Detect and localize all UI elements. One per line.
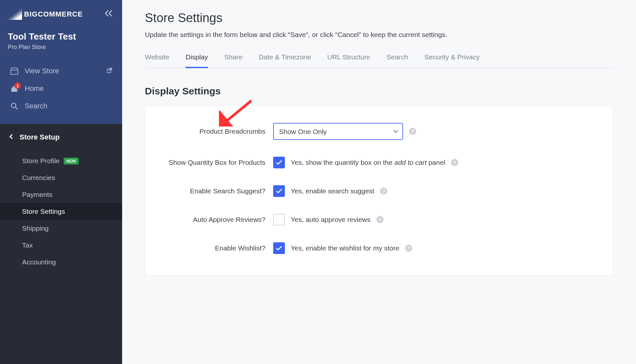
sidebar-section: Store Setup Store Profile NEW Currencies… <box>0 124 122 364</box>
sub-item-label: Accounting <box>22 258 56 266</box>
tab-date-timezone[interactable]: Date & Timezone <box>259 50 311 68</box>
field-label: Enable Search Suggest? <box>158 187 265 195</box>
sub-item-store-profile[interactable]: Store Profile NEW <box>0 152 122 169</box>
sub-item-label: Store Settings <box>22 208 65 215</box>
tab-search[interactable]: Search <box>387 50 408 68</box>
chevron-left-icon <box>9 134 13 141</box>
help-icon[interactable]: ? <box>409 128 416 135</box>
sub-list: Store Profile NEW Currencies Payments St… <box>0 149 122 280</box>
section-title: Display Settings <box>145 86 613 97</box>
field-quantity-box: Show Quantity Box for Products Yes, show… <box>158 148 600 177</box>
nav-search[interactable]: Search <box>8 97 114 115</box>
tab-security-privacy[interactable]: Security & Privacy <box>424 50 479 68</box>
tab-display[interactable]: Display <box>185 50 208 68</box>
page-title: Store Settings <box>145 11 613 25</box>
section-header-label: Store Setup <box>19 133 59 141</box>
external-link-icon <box>107 67 112 75</box>
checkbox-description: Yes, auto approve reviews <box>291 216 371 224</box>
nav-search-label: Search <box>25 102 47 110</box>
field-auto-approve: Auto Approve Reviews? Yes, auto approve … <box>158 205 600 234</box>
sidebar-collapse-button[interactable] <box>103 8 114 20</box>
quantity-box-checkbox[interactable] <box>273 157 285 168</box>
sidebar: BIGCOMMERCE Tool Tester Test Pro Plan St… <box>0 0 122 364</box>
new-badge: NEW <box>64 158 79 164</box>
sub-item-label: Store Profile <box>22 157 60 165</box>
field-label: Show Quantity Box for Products <box>158 159 265 166</box>
svg-line-8 <box>15 107 18 109</box>
field-label: Auto Approve Reviews? <box>158 216 265 224</box>
store-name: Tool Tester Test <box>8 31 114 42</box>
section-header-store-setup[interactable]: Store Setup <box>0 124 122 149</box>
brand-text: BIGCOMMERCE <box>24 10 83 18</box>
tab-website[interactable]: Website <box>145 50 169 68</box>
sub-item-label: Payments <box>22 191 52 199</box>
app-root: BIGCOMMERCE Tool Tester Test Pro Plan St… <box>0 0 636 364</box>
sub-item-currencies[interactable]: Currencies <box>0 169 122 186</box>
help-icon[interactable]: ? <box>405 245 412 252</box>
tab-url-structure[interactable]: URL Structure <box>327 50 370 68</box>
sub-item-accounting[interactable]: Accounting <box>0 254 122 271</box>
page-subtitle: Update the settings in the form below an… <box>145 31 613 39</box>
sub-item-tax[interactable]: Tax <box>0 237 122 254</box>
wishlist-checkbox[interactable] <box>273 242 285 254</box>
help-icon[interactable]: ? <box>380 188 387 195</box>
field-wishlist: Enable Wishlist? Yes, enable the wishlis… <box>158 234 600 262</box>
store-info: Tool Tester Test Pro Plan Store <box>8 31 114 51</box>
field-label: Product Breadcrumbs <box>158 127 265 135</box>
search-icon <box>10 102 19 110</box>
settings-panel: Product Breadcrumbs Show One Only ? Show… <box>145 106 613 276</box>
tab-share[interactable]: Share <box>224 50 242 68</box>
field-product-breadcrumbs: Product Breadcrumbs Show One Only ? <box>158 115 600 148</box>
plan-name: Pro Plan Store <box>8 44 114 51</box>
brand-logo[interactable]: BIGCOMMERCE <box>8 9 83 20</box>
nav-home-label: Home <box>25 84 44 93</box>
sub-item-label: Shipping <box>22 224 49 232</box>
field-search-suggest: Enable Search Suggest? Yes, enable searc… <box>158 177 600 205</box>
store-icon <box>10 67 19 75</box>
help-icon[interactable]: ? <box>451 159 458 166</box>
svg-rect-3 <box>11 70 18 74</box>
checkbox-description: Yes, show the quantity box on the add to… <box>291 159 445 166</box>
home-icon: 1 <box>10 85 19 92</box>
nav-view-store-label: View Store <box>25 67 59 75</box>
auto-approve-checkbox[interactable] <box>273 214 285 225</box>
help-icon[interactable]: ? <box>376 216 384 223</box>
nav-home[interactable]: 1 Home <box>8 80 114 97</box>
sub-item-label: Currencies <box>22 174 55 182</box>
brand-logo-icon <box>8 9 22 20</box>
sub-item-store-settings[interactable]: Store Settings <box>0 203 122 220</box>
sub-item-shipping[interactable]: Shipping <box>0 220 122 237</box>
checkbox-description: Yes, enable the wishlist for my store <box>291 244 399 252</box>
sub-item-label: Tax <box>22 241 33 249</box>
sidebar-header: BIGCOMMERCE Tool Tester Test Pro Plan St… <box>0 0 122 124</box>
sidebar-topnav: View Store 1 Home <box>8 54 114 115</box>
nav-view-store[interactable]: View Store <box>8 62 114 80</box>
field-label: Enable Wishlist? <box>158 244 265 252</box>
sub-item-payments[interactable]: Payments <box>0 186 122 203</box>
svg-point-7 <box>11 103 16 108</box>
logo-row: BIGCOMMERCE <box>8 8 114 20</box>
search-suggest-checkbox[interactable] <box>273 185 285 197</box>
tabs: Website Display Share Date & Timezone UR… <box>145 50 613 68</box>
notification-badge: 1 <box>14 82 21 89</box>
checkbox-description: Yes, enable search suggest <box>291 187 374 195</box>
product-breadcrumbs-select[interactable]: Show One Only <box>273 123 403 140</box>
main-content: Store Settings Update the settings in th… <box>122 0 636 364</box>
